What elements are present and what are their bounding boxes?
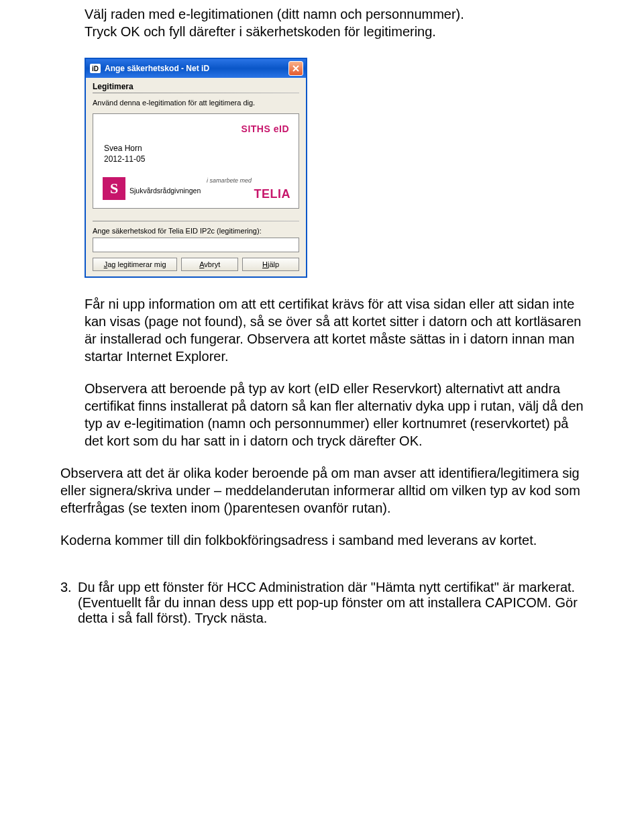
- security-code-dialog: iD Ange säkerhetskod - Net iD Legitimera…: [85, 58, 307, 278]
- step-number: 3.: [60, 580, 78, 626]
- help-button[interactable]: Hjälp: [242, 258, 299, 271]
- step-3: 3. Du får upp ett fönster för HCC Admini…: [60, 580, 584, 626]
- intro-line-1: Välj raden med e-legitimationen (ditt na…: [85, 5, 584, 23]
- divider: [93, 221, 299, 221]
- card-logo-icon: S: [103, 177, 125, 200]
- intro-line-2: Tryck OK och fyll därefter i säkerhetsko…: [85, 23, 584, 40]
- security-code-label: Ange säkerhetskod för Telia EID IP2c (le…: [93, 227, 299, 235]
- eid-card: SITHS eID Svea Horn 2012-11-05 S Sjukvår…: [93, 113, 299, 209]
- dialog-section-heading: Legitimera: [93, 82, 299, 91]
- cancel-button[interactable]: Avbryt: [181, 258, 238, 271]
- close-icon: [292, 65, 299, 72]
- paragraph-codes-delivery: Koderna kommer till din folkbokföringsad…: [60, 531, 584, 549]
- close-button[interactable]: [288, 61, 303, 76]
- card-person-date: 2012-11-05: [104, 154, 145, 164]
- card-cooperation-text: i samarbete med: [207, 177, 252, 184]
- card-person-name: Svea Horn: [104, 144, 142, 153]
- app-icon: iD: [90, 64, 101, 73]
- submit-button[interactable]: Jag legitimerar mig: [93, 258, 177, 271]
- card-watermark: SITHS eID: [241, 123, 289, 134]
- step-text: Du får upp ett fönster för HCC Administr…: [78, 580, 584, 626]
- paragraph-card-types: Observera att beroende på typ av kort (e…: [85, 380, 584, 450]
- security-code-input[interactable]: [93, 238, 299, 252]
- dialog-title: Ange säkerhetskod - Net iD: [105, 64, 284, 73]
- dialog-titlebar: iD Ange säkerhetskod - Net iD: [86, 59, 306, 78]
- paragraph-different-codes: Observera att det är olika koder beroend…: [60, 464, 584, 517]
- card-brand-text: Sjukvårdsrådgivningen: [129, 187, 201, 195]
- paragraph-cert-info: Får ni upp information om att ett certif…: [85, 295, 584, 365]
- dialog-hint-text: Använd denna e-legitimation för att legi…: [93, 99, 299, 107]
- card-partner-logo: TELIA: [254, 187, 291, 201]
- divider: [93, 93, 299, 93]
